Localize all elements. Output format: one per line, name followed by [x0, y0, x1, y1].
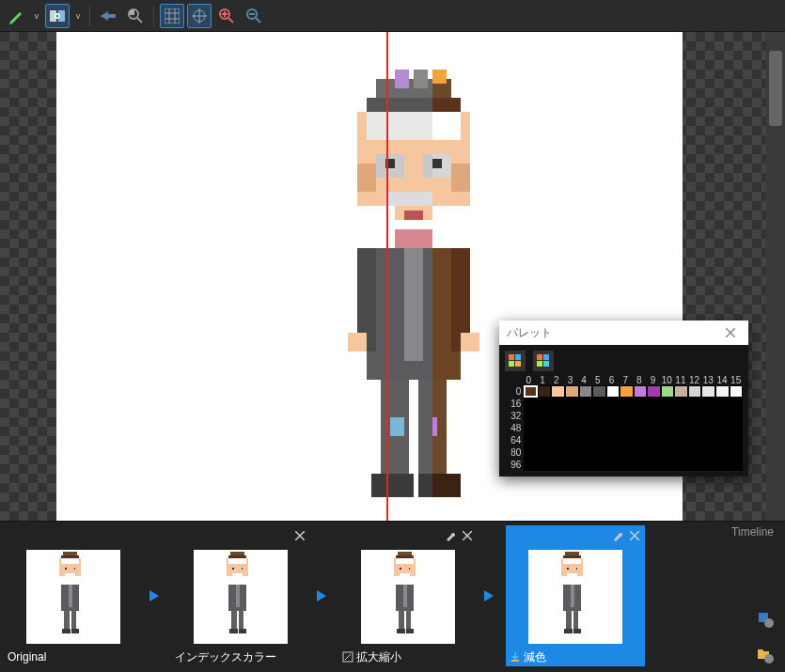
palette-cell[interactable] — [634, 459, 648, 471]
palette-cell[interactable] — [592, 410, 606, 422]
palette-cell[interactable] — [592, 434, 606, 446]
palette-cell[interactable] — [688, 398, 702, 410]
palette-cell[interactable] — [538, 446, 552, 459]
palette-cell[interactable] — [688, 434, 702, 446]
palette-cell[interactable] — [565, 410, 579, 422]
palette-cell[interactable] — [620, 385, 634, 398]
palette-cell[interactable] — [661, 422, 675, 434]
palette-cell[interactable] — [701, 446, 715, 459]
palette-cell[interactable] — [715, 434, 730, 446]
palette-cell[interactable] — [647, 459, 661, 471]
palette-cell[interactable] — [592, 422, 606, 434]
palette-cell[interactable] — [538, 410, 552, 422]
palette-cell[interactable] — [606, 434, 620, 446]
palette-cell[interactable] — [592, 459, 606, 471]
back-button[interactable] — [96, 4, 120, 28]
palette-cell[interactable] — [565, 385, 579, 398]
palette-tool-1[interactable] — [505, 351, 526, 371]
card-settings-button[interactable] — [444, 529, 457, 542]
palette-cell[interactable] — [715, 410, 730, 422]
palette-cell[interactable] — [701, 434, 715, 446]
palette-cell[interactable] — [538, 398, 552, 410]
palette-titlebar[interactable]: パレット — [499, 320, 748, 345]
palette-cell[interactable] — [524, 446, 538, 459]
palette-cell[interactable] — [634, 446, 648, 459]
compare-slider[interactable] — [386, 32, 388, 521]
palette-cell[interactable] — [565, 446, 579, 459]
timeline-card[interactable]: Original — [4, 525, 143, 666]
palette-cell[interactable] — [647, 398, 661, 410]
palette-cell[interactable] — [565, 434, 579, 446]
palette-cell[interactable] — [674, 422, 688, 434]
palette-cell[interactable] — [701, 398, 715, 410]
palette-cell[interactable] — [730, 410, 744, 422]
palette-cell[interactable] — [620, 459, 634, 471]
compare-dropdown[interactable]: v — [72, 4, 84, 28]
palette-cell[interactable] — [565, 422, 579, 434]
palette-cell[interactable] — [730, 434, 744, 446]
palette-cell[interactable] — [715, 459, 730, 471]
palette-cell[interactable] — [688, 385, 702, 398]
palette-cell[interactable] — [606, 385, 620, 398]
palette-cell[interactable] — [551, 385, 565, 398]
palette-cell[interactable] — [565, 459, 579, 471]
palette-tool-2[interactable] — [533, 351, 554, 371]
palette-cell[interactable] — [579, 398, 593, 410]
palette-cell[interactable] — [661, 434, 675, 446]
palette-cell[interactable] — [524, 422, 538, 434]
palette-cell[interactable] — [620, 410, 634, 422]
palette-cell[interactable] — [634, 410, 648, 422]
palette-cell[interactable] — [579, 446, 593, 459]
palette-cell[interactable] — [634, 398, 648, 410]
grid-toggle[interactable] — [160, 4, 184, 28]
palette-cell[interactable] — [674, 398, 688, 410]
palette-window[interactable]: パレット 0123456789101112131415 016324864809… — [499, 320, 748, 477]
palette-cell[interactable] — [606, 410, 620, 422]
palette-grid[interactable]: 0163248648096 — [505, 385, 743, 471]
scrollbar-thumb[interactable] — [769, 51, 782, 126]
palette-cell[interactable] — [551, 459, 565, 471]
card-close-button[interactable] — [628, 529, 641, 542]
palette-cell[interactable] — [730, 446, 744, 459]
palette-cell[interactable] — [538, 459, 552, 471]
palette-cell[interactable] — [701, 422, 715, 434]
palette-cell[interactable] — [551, 410, 565, 422]
palette-cell[interactable] — [661, 459, 675, 471]
palette-cell[interactable] — [524, 410, 538, 422]
card-close-button[interactable] — [293, 529, 306, 542]
canvas-viewport[interactable]: パレット 0123456789101112131415 016324864809… — [0, 32, 766, 521]
palette-cell[interactable] — [538, 434, 552, 446]
palette-cell[interactable] — [551, 434, 565, 446]
card-settings-button[interactable] — [611, 529, 624, 542]
palette-cell[interactable] — [647, 385, 661, 398]
palette-cell[interactable] — [647, 434, 661, 446]
palette-cell[interactable] — [538, 422, 552, 434]
palette-cell[interactable] — [661, 398, 675, 410]
palette-cell[interactable] — [551, 446, 565, 459]
palette-cell[interactable] — [661, 385, 675, 398]
palette-cell[interactable] — [606, 459, 620, 471]
zoom-out-button[interactable] — [242, 4, 266, 28]
palette-cell[interactable] — [688, 459, 702, 471]
palette-cell[interactable] — [634, 385, 648, 398]
palette-cell[interactable] — [647, 410, 661, 422]
palette-cell[interactable] — [715, 385, 730, 398]
palette-cell[interactable] — [701, 459, 715, 471]
palette-cell[interactable] — [661, 446, 675, 459]
palette-cell[interactable] — [661, 410, 675, 422]
palette-cell[interactable] — [688, 422, 702, 434]
palette-cell[interactable] — [606, 398, 620, 410]
palette-cell[interactable] — [634, 434, 648, 446]
palette-cell[interactable] — [730, 398, 744, 410]
timeline-card[interactable]: 減色 — [506, 525, 645, 666]
find-tool[interactable] — [123, 4, 148, 28]
palette-cell[interactable] — [579, 422, 593, 434]
palette-cell[interactable] — [524, 434, 538, 446]
palette-cell[interactable] — [592, 398, 606, 410]
palette-cell[interactable] — [701, 385, 715, 398]
pencil-tool[interactable] — [4, 4, 28, 28]
palette-cell[interactable] — [701, 410, 715, 422]
palette-cell[interactable] — [579, 459, 593, 471]
palette-cell[interactable] — [592, 385, 606, 398]
palette-cell[interactable] — [579, 410, 593, 422]
